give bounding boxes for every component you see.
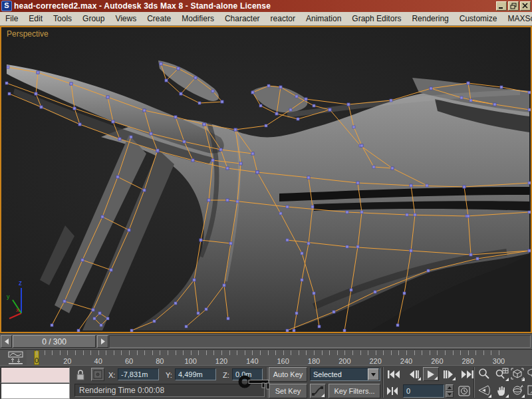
- axis-z-label: z: [19, 279, 22, 287]
- frame-spinner: [446, 384, 454, 398]
- time-slider-handle[interactable]: 0 / 300: [13, 335, 96, 348]
- status-bar: X: -7,831m Y: 4,499m Z: 0,0m Rendering T…: [0, 365, 532, 399]
- current-frame-field[interactable]: 0: [403, 384, 444, 398]
- key-cursor-icon: [238, 372, 274, 392]
- arrow-left-icon: [4, 338, 9, 344]
- time-slider-row: 0 / 300: [0, 333, 532, 349]
- track-bar-row: 0 20406080100120140160180200220240260280…: [0, 349, 532, 365]
- default-tangent-button[interactable]: [310, 384, 326, 398]
- auto-key-button[interactable]: Auto Key: [269, 367, 307, 382]
- zoom-extents-all-button[interactable]: [525, 367, 532, 382]
- key-filters-button[interactable]: Key Filters...: [329, 384, 380, 398]
- set-key-button[interactable]: Set Key: [269, 384, 307, 398]
- window-title: head-corrected2.max - Autodesk 3ds Max 8…: [14, 1, 271, 11]
- viewport-label[interactable]: Perspective: [7, 29, 49, 39]
- menu-modifiers[interactable]: Modifiers: [176, 12, 219, 25]
- next-frame-button[interactable]: [440, 367, 456, 381]
- y-coordinate-label: Y:: [166, 371, 172, 379]
- flyout-indicator: [521, 394, 525, 398]
- close-button[interactable]: [520, 1, 531, 11]
- go-to-start-icon: [388, 370, 400, 378]
- menu-file[interactable]: File: [0, 12, 23, 25]
- selection-lock-toggle[interactable]: [74, 368, 86, 381]
- menu-bar: File Edit Tools Group Views Create Modif…: [0, 12, 532, 26]
- time-configuration-button[interactable]: [456, 384, 472, 398]
- window-controls: [496, 1, 531, 11]
- menu-graph-editors[interactable]: Graph Editors: [346, 12, 406, 25]
- viewport-scene: z x y: [1, 27, 531, 332]
- lock-icon: [74, 368, 86, 381]
- selection-set-value: Selected: [311, 370, 368, 378]
- key-mode-icon: [387, 387, 398, 395]
- time-slider-step-back-button[interactable]: [1, 335, 12, 348]
- selection-set-dropdown[interactable]: Selected: [310, 368, 380, 381]
- zoom-button[interactable]: [476, 367, 492, 382]
- time-slider-track[interactable]: [109, 335, 531, 348]
- maxscript-mini-listener-macro[interactable]: [1, 367, 70, 383]
- 3dsmax-logo-icon: S: [1, 1, 12, 11]
- mini-curve-editor-button[interactable]: [7, 351, 25, 364]
- menu-customize[interactable]: Customize: [454, 12, 503, 25]
- y-coordinate-field[interactable]: 4,499m: [175, 368, 216, 380]
- current-frame-label: 0: [35, 356, 39, 364]
- menu-edit[interactable]: Edit: [23, 12, 48, 25]
- title-bar[interactable]: S head-corrected2.max - Autodesk 3ds Max…: [0, 0, 532, 12]
- menu-rendering[interactable]: Rendering: [406, 12, 454, 25]
- zoom-all-button[interactable]: [493, 367, 509, 382]
- menu-maxscript[interactable]: MAXScript: [502, 12, 532, 25]
- min-max-toggle-button[interactable]: [525, 384, 532, 398]
- transform-typein-icon: [92, 369, 103, 380]
- flyout-indicator: [452, 377, 456, 380]
- zoom-extents-button[interactable]: [509, 367, 525, 382]
- arc-rotate-button[interactable]: [509, 384, 525, 398]
- menu-character[interactable]: Character: [219, 12, 265, 25]
- play-button[interactable]: [423, 367, 439, 381]
- menu-create[interactable]: Create: [142, 12, 176, 25]
- axis-x-label: x: [16, 307, 19, 313]
- flyout-indicator: [321, 394, 325, 397]
- chevron-down-icon: [371, 373, 376, 376]
- flyout-indicator: [488, 394, 491, 398]
- menu-reactor[interactable]: reactor: [265, 12, 301, 25]
- flyout-indicator: [521, 378, 525, 381]
- maxscript-mini-listener[interactable]: [1, 383, 70, 399]
- flyout-indicator: [434, 376, 438, 380]
- time-config-icon: [458, 386, 470, 396]
- 3dsmax-window: S head-corrected2.max - Autodesk 3ds Max…: [0, 0, 532, 399]
- restore-button[interactable]: [508, 1, 519, 11]
- flyout-indicator: [505, 394, 509, 398]
- status-prompt-line: Rendering Time 0:00:08: [74, 384, 265, 397]
- go-to-end-icon: [462, 370, 473, 378]
- play-icon: [428, 370, 434, 378]
- menu-tools[interactable]: Tools: [48, 12, 77, 25]
- viewport-perspective[interactable]: z x y Perspective: [0, 26, 532, 333]
- track-bar-ruler[interactable]: 0 20406080100120140160180200220240260280…: [27, 350, 532, 366]
- zoom-icon: [477, 367, 491, 380]
- previous-frame-button[interactable]: [406, 367, 422, 381]
- spinner-up-icon: [448, 386, 452, 389]
- z-coordinate-label: Z:: [223, 371, 229, 379]
- x-coordinate-field[interactable]: -7,831m: [118, 368, 159, 380]
- pan-button[interactable]: [493, 384, 509, 398]
- frame-spinner-up-button[interactable]: [446, 384, 454, 391]
- spinner-down-icon: [448, 393, 452, 396]
- arrow-right-icon: [100, 338, 106, 344]
- minimize-button[interactable]: [496, 1, 507, 11]
- flyout-indicator: [418, 377, 421, 380]
- zoom-extents-all-icon: [526, 367, 532, 380]
- min-max-toggle-icon: [526, 384, 532, 397]
- time-slider-step-forward-button[interactable]: [97, 335, 108, 348]
- frame-spinner-down-button[interactable]: [446, 391, 454, 398]
- curve-editor-icon: [7, 351, 25, 364]
- menu-animation[interactable]: Animation: [301, 12, 346, 25]
- go-to-start-button[interactable]: [385, 367, 402, 381]
- menu-group[interactable]: Group: [77, 12, 110, 25]
- absolute-mode-toggle[interactable]: [91, 368, 104, 381]
- field-of-view-button[interactable]: [476, 384, 492, 398]
- menu-views[interactable]: Views: [110, 12, 142, 25]
- axis-y-label: y: [7, 293, 10, 300]
- key-mode-toggle-button[interactable]: [384, 384, 400, 398]
- dropdown-arrow-button[interactable]: [368, 368, 379, 380]
- flyout-indicator: [505, 378, 509, 381]
- x-coordinate-label: X:: [108, 371, 115, 379]
